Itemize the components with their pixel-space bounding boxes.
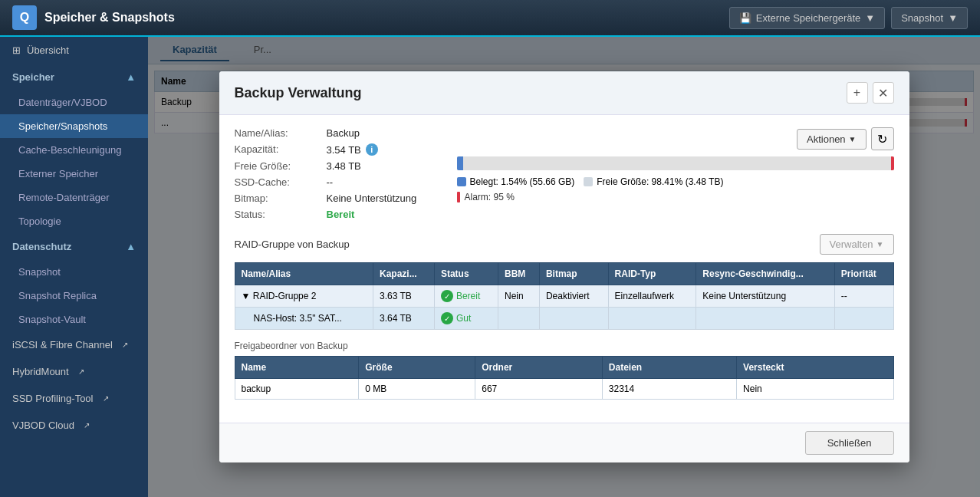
- manage-label: Verwalten: [830, 239, 873, 250]
- refresh-icon: ↻: [877, 132, 887, 146]
- raid-col-type: RAID-Typ: [608, 263, 696, 285]
- top-bar-actions: 💾 Externe Speichergeräte ▼ Snapshot ▼: [729, 7, 968, 29]
- raid-row2-type: [608, 308, 696, 330]
- capacity-bar: [457, 156, 894, 170]
- modal-footer: Schließen: [219, 423, 909, 462]
- sidebar-item-vjbod-cloud[interactable]: VJBOD Cloud ↗: [0, 412, 148, 439]
- capacity-bar-alarm: [891, 156, 894, 170]
- sidebar-label-uebersicht: Übersicht: [27, 44, 69, 56]
- content-area: Kapazität Pr... Name Kapazität Backup: [148, 37, 980, 497]
- raid-group-title: RAID-Gruppe von Backup: [235, 239, 350, 250]
- legend-used-label: Belegt: 1.54% (55.66 GB): [470, 176, 575, 187]
- remote-label: Remote-Datenträger: [18, 192, 110, 203]
- modal-expand-button[interactable]: +: [847, 82, 868, 104]
- share-col-size: Größe: [359, 357, 475, 379]
- sidebar-section-datenschutz[interactable]: Datenschutz ▲: [0, 233, 148, 260]
- info-row-capacity: Kapazität: 3.54 TB i: [235, 143, 442, 156]
- raid-actions-bar: RAID-Gruppe von Backup Verwalten ▼: [235, 234, 894, 255]
- share-row1-ordner: 667: [475, 379, 603, 400]
- raid-row1-resync: Keine Unterstützung: [696, 285, 834, 308]
- raid-col-bitmap: Bitmap: [539, 263, 608, 285]
- sidebar-item-topologie[interactable]: Topologie: [0, 209, 148, 233]
- actions-label: Aktionen: [807, 133, 846, 145]
- bitmap-value: Keine Unterstützung: [327, 193, 417, 204]
- ssd-cache-value: --: [327, 176, 334, 188]
- ssd-cache-label: SSD-Cache:: [235, 176, 327, 188]
- raid-row2-name: NAS-Host: 3.5" SAT...: [235, 308, 373, 330]
- external-link-icon: ↗: [122, 341, 128, 349]
- share-row1-dateien: 32314: [602, 379, 736, 400]
- info-row-name: Name/Alias: Backup: [235, 127, 442, 139]
- modal-dialog: Backup Verwaltung + ✕: [219, 71, 909, 462]
- sidebar-item-datentraeger[interactable]: Datenträger/VJBOD: [0, 91, 148, 114]
- legend-free-label: Freie Größe: 98.41% (3.48 TB): [597, 176, 723, 187]
- modal-overlay: Backup Verwaltung + ✕: [148, 37, 980, 497]
- sidebar-item-uebersicht[interactable]: ⊞ Übersicht: [0, 37, 148, 64]
- info-row-bitmap: Bitmap: Keine Unterstützung: [235, 193, 442, 204]
- sidebar-item-ext-speicher[interactable]: Externer Speicher: [0, 162, 148, 186]
- status-ok-2: ✓ Gut: [441, 312, 471, 324]
- caret-icon: ▼: [849, 135, 857, 143]
- iscsi-label: iSCSI & Fibre Channel: [12, 339, 113, 351]
- sidebar-item-ssd-profiling[interactable]: SSD Profiling-Tool ↗: [0, 385, 148, 412]
- chevron-down-icon: ▼: [865, 12, 875, 24]
- info-row-free: Freie Größe: 3.48 TB: [235, 160, 442, 172]
- sidebar-item-snapshot-vault[interactable]: Snapshot-Vault: [0, 308, 148, 331]
- name-alias-value: Backup: [327, 127, 360, 139]
- modal-close-button[interactable]: ✕: [873, 82, 894, 104]
- legend-dot-used: [457, 177, 466, 186]
- raid-col-bbm: BBM: [498, 263, 540, 285]
- share-col-name: Name: [235, 357, 359, 379]
- raid-row1-status: ✓ Bereit: [434, 285, 498, 308]
- raid-row2-bbm: [498, 308, 540, 330]
- sidebar-item-speicher-snapshots[interactable]: Speicher/Snapshots: [0, 114, 148, 138]
- refresh-button[interactable]: ↻: [871, 127, 894, 150]
- sidebar-item-snapshot-replica[interactable]: Snapshot Replica: [0, 284, 148, 308]
- chevron-up-icon: ▲: [126, 71, 136, 83]
- close-button[interactable]: Schließen: [805, 431, 894, 455]
- raid-row1-name: ▼ RAID-Gruppe 2: [235, 285, 373, 308]
- raid-row2-priority: [834, 308, 893, 330]
- snapshot-label: Snapshot: [901, 12, 943, 24]
- manage-caret-icon: ▼: [876, 240, 884, 248]
- modal-header: Backup Verwaltung + ✕: [219, 71, 909, 115]
- actions-button[interactable]: Aktionen ▼: [797, 129, 867, 150]
- raid-col-capacity: Kapazi...: [373, 263, 435, 285]
- snapshot-replica-label: Snapshot Replica: [18, 290, 97, 301]
- sidebar: ⊞ Übersicht Speicher ▲ Datenträger/VJBOD…: [0, 37, 148, 497]
- info-row-ssd: SSD-Cache: --: [235, 176, 442, 188]
- alarm-row: Alarm: 95 %: [457, 192, 894, 202]
- table-row: NAS-Host: 3.5" SAT... 3.64 TB ✓ Gut: [235, 308, 893, 330]
- sidebar-item-hybridmount[interactable]: HybridMount ↗: [0, 358, 148, 385]
- sidebar-item-iscsi[interactable]: iSCSI & Fibre Channel ↗: [0, 331, 148, 358]
- snapshot-label-sidebar: Snapshot: [18, 266, 61, 278]
- raid-row2-bitmap: [539, 308, 608, 330]
- legend-used: Belegt: 1.54% (55.66 GB): [457, 176, 575, 187]
- modal-title: Backup Verwaltung: [235, 85, 362, 101]
- raid-col-name: Name/Alias: [235, 263, 373, 285]
- logo-text: Q: [20, 11, 29, 25]
- sidebar-item-remote[interactable]: Remote-Datenträger: [0, 186, 148, 209]
- share-row1-versteckt: Nein: [737, 379, 893, 400]
- raid-table: Name/Alias Kapazi... Status BBM Bitmap R…: [235, 262, 894, 330]
- snapshot-button[interactable]: Snapshot ▼: [891, 7, 968, 29]
- share-col-dateien: Dateien: [602, 357, 736, 379]
- topologie-label: Topologie: [18, 216, 61, 227]
- bitmap-label: Bitmap:: [235, 193, 327, 204]
- top-bar: Q Speicher & Snapshots 💾 Externe Speiche…: [0, 0, 980, 37]
- sidebar-section-speicher[interactable]: Speicher ▲: [0, 64, 148, 91]
- share-col-ordner: Ordner: [475, 357, 603, 379]
- share-table: Name Größe Ordner Dateien Versteckt back…: [235, 356, 894, 400]
- manage-group: Verwalten ▼: [820, 234, 894, 255]
- ext-storage-button[interactable]: 💾 Externe Speichergeräte ▼: [729, 7, 885, 29]
- table-row: backup 0 MB 667 32314 Nein: [235, 379, 893, 400]
- sidebar-item-cache[interactable]: Cache-Beschleunigung: [0, 138, 148, 162]
- capacity-bar-section: Belegt: 1.54% (55.66 GB) Freie Größe: 98…: [457, 156, 894, 202]
- manage-button[interactable]: Verwalten ▼: [820, 234, 894, 255]
- vjbod-cloud-label: VJBOD Cloud: [12, 420, 74, 431]
- capacity-value: 3.54 TB i: [327, 143, 378, 156]
- chevron-down-icon-3: ▲: [126, 241, 136, 252]
- sidebar-item-snapshot[interactable]: Snapshot: [0, 260, 148, 284]
- hybridmount-label: HybridMount: [12, 366, 69, 377]
- status-value: Bereit: [327, 209, 355, 220]
